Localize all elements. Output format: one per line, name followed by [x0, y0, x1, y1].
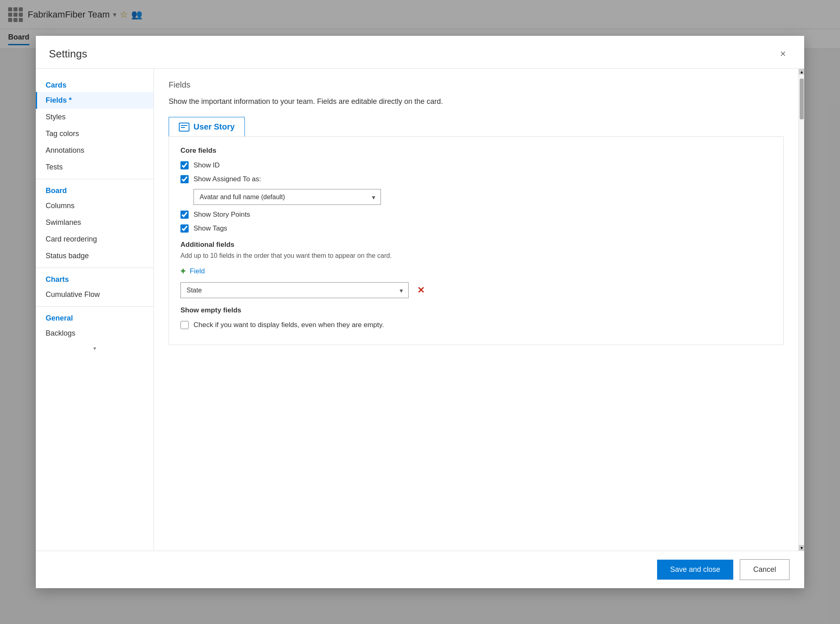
show-empty-row: Check if you want to display fields, eve…: [180, 321, 772, 329]
content-section-title: Fields: [169, 80, 784, 90]
card-type-label: User Story: [194, 122, 235, 132]
nav-item-styles[interactable]: Styles: [36, 109, 154, 125]
content-description: Show the important information to your t…: [169, 96, 784, 107]
nav-section-general: General: [36, 310, 154, 325]
nav-scroll-down[interactable]: ▾: [36, 342, 154, 355]
nav-section-cards: Cards: [36, 77, 154, 92]
nav-item-annotations[interactable]: Annotations: [36, 142, 154, 159]
add-field-label: Field: [190, 267, 205, 275]
nav-item-tag-colors[interactable]: Tag colors: [36, 125, 154, 142]
assigned-select-wrapper: Avatar and full name (default) Avatar on…: [194, 189, 381, 205]
modal-header: Settings ×: [36, 36, 804, 69]
nav-item-status-badge[interactable]: Status badge: [36, 248, 154, 264]
show-id-row: Show ID: [180, 161, 772, 169]
state-select-wrapper: State Priority Area Path Iteration Path: [180, 282, 409, 298]
add-plus-icon: +: [180, 266, 186, 277]
nav-item-tests[interactable]: Tests: [36, 159, 154, 176]
add-field-row[interactable]: + Field: [180, 266, 772, 277]
scroll-up-button[interactable]: ▲: [799, 69, 804, 75]
state-field-row: State Priority Area Path Iteration Path …: [180, 282, 772, 298]
fields-panel: Core fields Show ID Show Assigned To as:…: [169, 136, 784, 345]
scroll-down-button[interactable]: ▼: [799, 545, 804, 551]
show-empty-checkbox[interactable]: [180, 321, 189, 329]
card-type-icon: [179, 123, 189, 132]
show-tags-row: Show Tags: [180, 224, 772, 233]
cancel-button[interactable]: Cancel: [740, 559, 789, 580]
show-story-points-label: Show Story Points: [194, 211, 250, 219]
modal-body: Cards Fields * Styles Tag colors Annotat…: [36, 69, 804, 551]
settings-nav: Cards Fields * Styles Tag colors Annotat…: [36, 69, 154, 551]
content-scrollbar[interactable]: ▲ ▼: [798, 69, 804, 551]
assigned-dropdown-row: Avatar and full name (default) Avatar on…: [194, 189, 772, 205]
content-area: Fields Show the important information to…: [154, 69, 804, 551]
modal-title: Settings: [49, 48, 87, 60]
additional-fields-title: Additional fields: [180, 241, 772, 249]
nav-item-columns[interactable]: Columns: [36, 198, 154, 214]
nav-item-cumulative-flow[interactable]: Cumulative Flow: [36, 286, 154, 303]
save-and-close-button[interactable]: Save and close: [657, 560, 733, 580]
additional-fields-description: Add up to 10 fields in the order that yo…: [180, 252, 772, 259]
show-tags-label: Show Tags: [194, 224, 227, 233]
show-empty-section: Show empty fields Check if you want to d…: [180, 306, 772, 329]
show-empty-title: Show empty fields: [180, 306, 772, 314]
show-tags-checkbox[interactable]: [180, 224, 189, 233]
nav-item-fields[interactable]: Fields *: [36, 92, 154, 109]
nav-item-backlogs[interactable]: Backlogs: [36, 325, 154, 342]
show-assigned-row: Show Assigned To as:: [180, 175, 772, 183]
nav-item-swimlanes[interactable]: Swimlanes: [36, 214, 154, 231]
nav-item-card-reordering[interactable]: Card reordering: [36, 231, 154, 248]
modal-content-scroll: Fields Show the important information to…: [154, 69, 798, 551]
scroll-thumb[interactable]: [800, 79, 804, 119]
card-type-tab[interactable]: User Story: [169, 117, 245, 136]
assigned-select[interactable]: Avatar and full name (default) Avatar on…: [194, 189, 381, 205]
show-empty-label: Check if you want to display fields, eve…: [194, 321, 384, 329]
modal-close-button[interactable]: ×: [775, 46, 791, 62]
nav-section-charts: Charts: [36, 271, 154, 286]
state-select[interactable]: State Priority Area Path Iteration Path: [180, 282, 409, 298]
show-id-label: Show ID: [194, 161, 220, 169]
settings-modal: Settings × Cards Fields * Styles Tag col…: [36, 36, 804, 588]
show-story-points-row: Show Story Points: [180, 211, 772, 219]
show-id-checkbox[interactable]: [180, 161, 189, 169]
show-assigned-label: Show Assigned To as:: [194, 175, 261, 183]
modal-footer: Save and close Cancel: [36, 551, 804, 588]
core-fields-title: Core fields: [180, 147, 772, 155]
show-assigned-checkbox[interactable]: [180, 175, 189, 183]
show-story-points-checkbox[interactable]: [180, 211, 189, 219]
nav-section-board: Board: [36, 182, 154, 198]
remove-state-button[interactable]: ✕: [413, 283, 428, 298]
